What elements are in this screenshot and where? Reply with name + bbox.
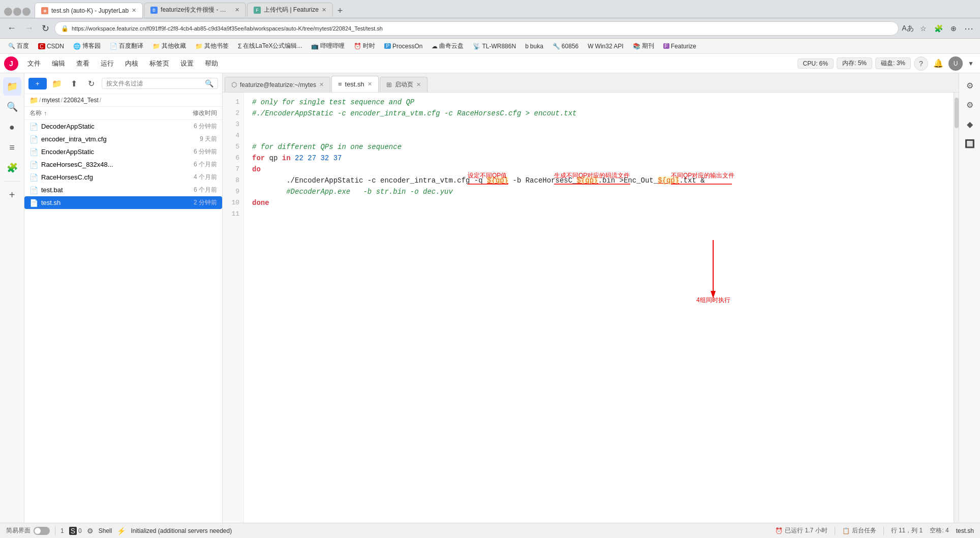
file-modified: 6 个月前 bbox=[176, 186, 217, 194]
bookmark-featurize[interactable]: FFeaturize bbox=[659, 42, 700, 51]
sidebar-puzzle-button[interactable]: 🧩 bbox=[3, 159, 21, 177]
bookmark-other1[interactable]: 📁其他收藏 bbox=[148, 41, 190, 51]
menu-item-file[interactable]: 文件 bbox=[22, 57, 46, 70]
right-icon-gear1[interactable]: ⚙ bbox=[962, 77, 978, 94]
bookmark-processon[interactable]: PProcessOn bbox=[380, 42, 426, 51]
scrollbar-vertical[interactable] bbox=[954, 93, 959, 523]
right-icon-grid[interactable]: 🔲 bbox=[962, 135, 978, 152]
line-num-4: 4 bbox=[223, 130, 243, 141]
col-name-header[interactable]: 名称 ↑ bbox=[29, 109, 164, 117]
search-box[interactable]: 🔍 bbox=[102, 78, 218, 89]
bookmark-quyipan[interactable]: ☁曲奇云盘 bbox=[427, 41, 468, 51]
bookmark-60856[interactable]: 🔧60856 bbox=[548, 42, 583, 51]
menu-item-kernel[interactable]: 内核 bbox=[120, 57, 143, 70]
line-num-3: 3 bbox=[223, 119, 243, 130]
sidebar-search-button[interactable]: 🔍 bbox=[3, 98, 21, 116]
menu-arrow[interactable]: ▼ bbox=[966, 56, 976, 71]
file-item-testsh[interactable]: 📄 test.sh 2 分钟前 bbox=[24, 196, 222, 209]
editor-tab-testsh[interactable]: ≡ test.sh ✕ bbox=[331, 76, 379, 92]
menu-item-tabs[interactable]: 标签页 bbox=[144, 57, 174, 70]
nav-forward-button[interactable]: → bbox=[21, 21, 37, 36]
window-close[interactable] bbox=[22, 8, 30, 16]
translate-button[interactable]: Aあ bbox=[901, 21, 915, 36]
file-item-racehorsesc-cfg[interactable]: 📄 RaceHorsesC.cfg 4 个月前 bbox=[24, 171, 222, 184]
annotation-parallel-exec: 4组同时执行 bbox=[696, 240, 730, 305]
notification-button[interactable]: 🔔 bbox=[931, 56, 945, 71]
file-name: RaceHorsesC_832x48... bbox=[41, 161, 173, 168]
right-icon-diamond[interactable]: ◆ bbox=[962, 116, 978, 132]
toggle-switch[interactable] bbox=[34, 527, 50, 535]
terminal-tab-title: featurize@featurize:~/mytes bbox=[240, 81, 316, 88]
tab1-favicon: ◈ bbox=[41, 7, 48, 14]
bookmark-bokeyuan[interactable]: 🌐博客园 bbox=[69, 41, 105, 51]
sidebar-folder-button[interactable]: 📁 bbox=[3, 77, 21, 96]
upload-button[interactable]: ⬆ bbox=[67, 76, 81, 91]
new-folder-button[interactable]: 📁 bbox=[50, 76, 64, 91]
window-minimize[interactable] bbox=[4, 8, 12, 16]
nav-back-button[interactable]: ← bbox=[4, 21, 19, 36]
tab2-close[interactable]: ✕ bbox=[235, 7, 239, 13]
code-line-2: #./EncoderAppStatic -c encoder_intra_vtm… bbox=[252, 108, 945, 119]
menu-item-view[interactable]: 查看 bbox=[71, 57, 95, 70]
sidebar-circle-button[interactable]: ● bbox=[3, 118, 21, 136]
file-item-testbat[interactable]: 📄 test.bat 6 个月前 bbox=[24, 184, 222, 196]
new-tab-button[interactable]: + bbox=[334, 6, 346, 18]
more-button[interactable]: ⋯ bbox=[962, 21, 976, 36]
bookmark-star-button[interactable]: ☆ bbox=[916, 21, 930, 36]
zoom-button[interactable]: ⊕ bbox=[946, 21, 961, 36]
bookmark-shishi[interactable]: ⏰时时 bbox=[350, 41, 379, 51]
code-editor[interactable]: 1 2 3 4 5 6 7 8 9 10 11 # only for singl… bbox=[223, 93, 959, 523]
file-icon: 📄 bbox=[29, 123, 38, 131]
breadcrumb-mytest[interactable]: mytest bbox=[42, 97, 59, 104]
bookmark-bilibili[interactable]: 📺哔哩哔哩 bbox=[307, 41, 349, 51]
bookmark-router[interactable]: 📡TL-WR886N bbox=[469, 42, 520, 51]
sidebar-add-button[interactable]: + bbox=[3, 186, 21, 204]
annotation-qp-bin: 生成不同QP对应的码流文件 bbox=[554, 171, 630, 180]
scrollbar-thumb[interactable] bbox=[955, 98, 959, 128]
editor-tab-terminal[interactable]: ⬡ featurize@featurize:~/mytes ✕ bbox=[225, 77, 330, 92]
terminal-tab-close[interactable]: ✕ bbox=[319, 81, 324, 88]
file-item-encoderappstatic[interactable]: 📄 EncoderAppStatic 6 分钟前 bbox=[24, 145, 222, 158]
simple-mode-toggle[interactable]: 简易界面 bbox=[6, 526, 50, 535]
line-num-8: 8 bbox=[223, 175, 243, 186]
file-name: RaceHorsesC.cfg bbox=[41, 173, 173, 181]
file-item-decoderappstatic[interactable]: 📄 DecoderAppStatic 6 分钟前 bbox=[24, 120, 222, 133]
menu-item-edit[interactable]: 编辑 bbox=[47, 57, 70, 70]
home-tab-close[interactable]: ✕ bbox=[416, 81, 421, 88]
code-content[interactable]: # only for single test sequence and QP #… bbox=[244, 93, 954, 523]
bookmark-buka[interactable]: bbuka bbox=[521, 42, 547, 51]
browser-tab-featurize[interactable]: F 上传代码 | Featurize ✕ bbox=[247, 3, 333, 17]
tab1-close[interactable]: ✕ bbox=[132, 7, 136, 14]
help-button[interactable]: ? bbox=[914, 56, 928, 71]
menu-item-settings[interactable]: 设置 bbox=[175, 57, 199, 70]
line-num-1: 1 bbox=[223, 97, 243, 108]
bookmark-win32api[interactable]: WWin32 API bbox=[584, 42, 627, 51]
bookmark-baidu-translate[interactable]: 📄百度翻译 bbox=[106, 41, 147, 51]
bookmark-csdn[interactable]: CCSDN bbox=[34, 42, 68, 51]
line-num-9: 9 bbox=[223, 186, 243, 197]
tab3-close[interactable]: ✕ bbox=[322, 7, 326, 13]
window-maximize[interactable] bbox=[13, 8, 21, 16]
browser-tab-jupyterlab[interactable]: ◈ test.sh (auto-K) - JupyterLab ✕ bbox=[35, 3, 143, 18]
right-icon-gear2[interactable]: ⚙ bbox=[962, 97, 978, 113]
sidebar-list-button[interactable]: ≡ bbox=[3, 138, 21, 157]
breadcrumb-220824test[interactable]: 220824_Test bbox=[64, 97, 99, 104]
refresh-button[interactable]: ↻ bbox=[84, 76, 99, 91]
menu-item-help[interactable]: 帮助 bbox=[200, 57, 223, 70]
bookmark-other2[interactable]: 📁其他书签 bbox=[191, 41, 233, 51]
bookmark-journals[interactable]: 📚期刊 bbox=[629, 41, 658, 51]
extensions-button[interactable]: 🧩 bbox=[931, 21, 945, 36]
menu-item-run[interactable]: 运行 bbox=[96, 57, 119, 70]
address-bar[interactable]: 🔒 https://workspace.featurize.cn/f091ff9… bbox=[54, 21, 899, 36]
bookmark-baidu[interactable]: 🔍百度 bbox=[4, 41, 33, 51]
search-input[interactable] bbox=[106, 80, 203, 87]
file-item-racehorsesc[interactable]: 📄 RaceHorsesC_832x48... 6 个月前 bbox=[24, 158, 222, 171]
editor-tab-home[interactable]: ⊞ 启动页 ✕ bbox=[380, 77, 427, 92]
file-item-encoder-cfg[interactable]: 📄 encoder_intra_vtm.cfg 9 天前 bbox=[24, 133, 222, 145]
browser-tab-search[interactable]: B featurize传文件很慢 - 搜索 ✕ bbox=[144, 3, 246, 17]
new-item-button[interactable]: + bbox=[28, 78, 47, 89]
nav-refresh-button[interactable]: ↻ bbox=[39, 21, 52, 36]
bookmark-latex[interactable]: Σ在线LaTeX公式编辑... bbox=[234, 41, 306, 51]
testsh-tab-close[interactable]: ✕ bbox=[368, 81, 372, 87]
divider-status bbox=[835, 526, 835, 535]
